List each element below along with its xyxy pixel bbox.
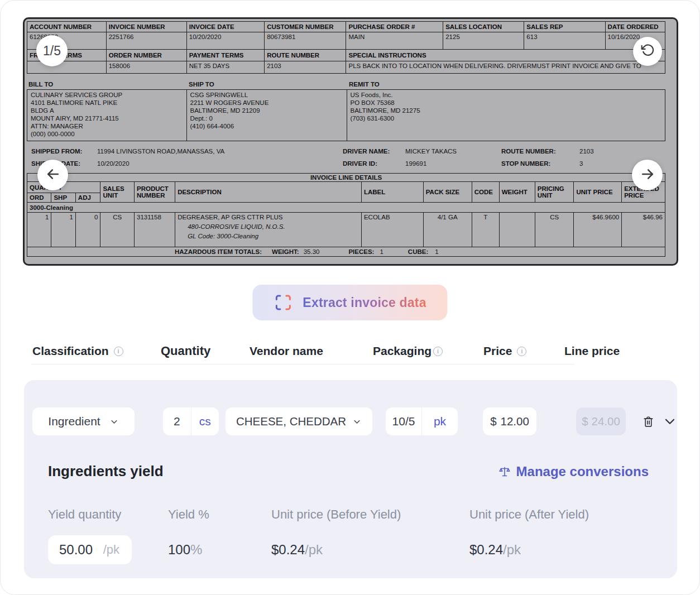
price-number: $0.24	[271, 542, 305, 557]
line-price-value: 24.00	[592, 415, 620, 428]
route-number-value: 2103	[579, 148, 594, 155]
column-header: PRODUCT NUMBER	[134, 182, 175, 203]
extract-button-label: Extract invoice data	[303, 295, 426, 310]
packaging-input[interactable]: 10/5 pk	[386, 407, 458, 435]
invoice-field-label: ROUTE NUMBER	[265, 50, 346, 61]
price-value[interactable]: 12.00	[501, 415, 529, 428]
classification-value: Ingredient	[48, 415, 100, 428]
address-line: (703) 631-6300	[351, 115, 662, 123]
rotate-button[interactable]	[633, 37, 662, 66]
invoice-field-label: PAYMENT TERMS	[186, 50, 264, 61]
shipping-row: SHIPPED DATE: 10/20/2020 DRIVER ID: 1996…	[27, 157, 665, 170]
description-line: GL Code: 3000-Cleaning	[178, 233, 359, 239]
address-line: BLDG A	[31, 107, 183, 115]
invoice-field-value: 613	[524, 32, 605, 50]
ingredient-table-headers: Classification Quantity Vendor name Pack…	[32, 344, 680, 358]
invoice-field-label: PURCHASE ORDER #	[346, 22, 443, 32]
address-line: CSG SPRINGWELL	[190, 92, 344, 99]
pack-size: 4/1 GA	[423, 213, 472, 247]
weight-label: WEIGHT:	[272, 248, 299, 255]
yield-section-title: Ingredients yield	[48, 463, 164, 480]
currency-symbol: $	[582, 415, 588, 428]
product-number: 3131158	[134, 213, 175, 247]
address-line: BALTIMORE, MD 21209	[190, 107, 344, 115]
column-header: SHP	[51, 193, 75, 203]
chevron-down-icon	[352, 417, 362, 426]
price-input[interactable]: $ 12.00	[483, 407, 536, 435]
rotate-ccw-icon	[640, 43, 655, 60]
category-row: 3000-Cleaning	[27, 203, 665, 213]
address-line: PO BOX 75368	[351, 99, 662, 107]
packaging-value[interactable]: 10/5	[386, 415, 421, 428]
column-header: WEIGHT	[499, 182, 535, 203]
hazardous-totals: HAZARDOUS ITEM TOTALS:WEIGHT:35.30PIECES…	[27, 247, 665, 257]
vendor-dropdown[interactable]: CHEESE, CHEDDAR	[226, 407, 372, 435]
cube-value: 1	[435, 248, 438, 255]
unit-price-before-label: Unit price (Before Yield)	[271, 507, 469, 522]
info-icon[interactable]	[433, 347, 443, 356]
invoice-field-value: 2125	[443, 32, 524, 50]
info-icon[interactable]	[517, 347, 526, 356]
stop-number-value: 3	[579, 160, 583, 167]
address-line: MOUNT AIRY, MD 21771-4115	[31, 115, 183, 123]
ship-to-address: CSG SPRINGWELL 2211 W ROGERS AVENUE BALT…	[186, 89, 348, 141]
currency-symbol: $	[490, 415, 496, 428]
quantity-value[interactable]: 2	[163, 415, 191, 428]
packaging-header: Packaging	[373, 344, 483, 358]
address-line: Dept.: 0	[190, 115, 344, 123]
pieces-label: PIECES:	[348, 248, 374, 255]
quantity-header: Quantity	[161, 344, 250, 358]
quantity-unit[interactable]: cs	[191, 415, 219, 428]
shipped-from-value: 11994 LIVINGSTON ROAD,MANASSAS, VA	[97, 148, 343, 155]
unit-price-before-value: $0.24/pk	[271, 542, 469, 558]
manage-conversions-link[interactable]: Manage conversions	[498, 464, 649, 479]
quantity-input[interactable]: 2 cs	[163, 407, 219, 435]
packaging-unit[interactable]: pk	[422, 415, 458, 428]
app-window: ACCOUNT NUMBER INVOICE NUMBER INVOICE DA…	[0, 0, 700, 595]
shipped-from-label: SHIPPED FROM:	[31, 148, 97, 155]
yield-quantity-input[interactable]: 50.00 /pk	[48, 535, 132, 564]
driver-name-value: MICKEY TAKACS	[405, 148, 501, 155]
line-details-title-row: INVOICE LINE DETAILS	[27, 174, 665, 182]
description-line: DEGREASER, AP GRS CTTR PLUS	[178, 214, 359, 220]
yield-values-row: 50.00 /pk 100% $0.24/pk $0.24/pk	[48, 535, 521, 564]
line-details-header-row: QUANTITY SALES UNIT PRODUCT NUMBER DESCR…	[27, 182, 665, 193]
invoice-field-label: DATE ORDERED	[605, 22, 665, 32]
column-header: SALES UNIT	[100, 182, 135, 203]
column-header: PACK SIZE	[423, 182, 472, 203]
invoice-header-table: ACCOUNT NUMBER INVOICE NUMBER INVOICE DA…	[27, 21, 665, 74]
label-cell: ECOLAB	[361, 213, 423, 247]
price-unit: /pk	[503, 542, 521, 557]
previous-page-button[interactable]	[37, 160, 68, 190]
address-line: CULINARY SERVICES GROUP	[31, 92, 183, 99]
scale-icon	[498, 465, 511, 478]
delete-row-button[interactable]	[642, 415, 655, 428]
line-price-field-disabled: $ 24.00	[576, 407, 626, 435]
collapse-row-button[interactable]	[663, 414, 677, 429]
price-unit: /pk	[305, 542, 323, 557]
column-header: PRICING UNIT	[535, 182, 574, 203]
yield-percent-value: 100%	[168, 542, 271, 558]
yield-quantity-unit: /pk	[103, 543, 119, 557]
classification-dropdown[interactable]: Ingredient	[32, 407, 135, 435]
address-line: 2211 W ROGERS AVENUE	[190, 99, 344, 107]
code-cell: T	[472, 213, 499, 247]
info-icon[interactable]	[114, 347, 123, 356]
column-header: DESCRIPTION	[175, 182, 362, 203]
yield-labels-row: Yield quantity Yield % Unit price (Befor…	[48, 507, 589, 522]
yield-quantity-value[interactable]: 50.00	[59, 542, 93, 558]
invoice-field-value	[27, 61, 107, 74]
shipping-info: SHIPPED FROM: 11994 LIVINGSTON ROAD,MANA…	[27, 145, 665, 170]
arrow-left-icon	[45, 166, 61, 184]
next-page-button[interactable]	[632, 160, 663, 190]
adj-qty: 0	[75, 213, 100, 247]
address-line: ATTN: MANAGER	[31, 123, 183, 131]
percent-number: 100	[168, 542, 190, 557]
column-header: ADJ	[75, 193, 100, 203]
extract-invoice-data-button[interactable]: Extract invoice data	[252, 285, 447, 320]
column-header: CODE	[472, 182, 499, 203]
address-line: US Foods, Inc.	[351, 92, 662, 99]
category-label: 3000-Cleaning	[27, 203, 665, 213]
invoice-field-label: SPECIAL INSTRUCTIONS	[346, 50, 665, 61]
driver-id-value: 199691	[405, 160, 501, 167]
